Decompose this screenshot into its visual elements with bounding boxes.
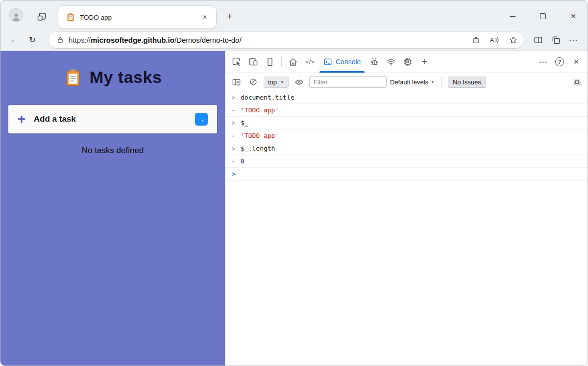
code-glyph: </> — [305, 58, 314, 65]
new-tab-button[interactable]: + — [223, 9, 237, 23]
read-aloud-letter: A — [490, 36, 494, 44]
console-result-number: 8 — [241, 157, 245, 165]
result-arrow-icon: ← — [232, 132, 241, 139]
todo-title-block: My tasks — [0, 68, 225, 87]
profile-avatar[interactable] — [9, 8, 23, 22]
url-scheme: https:// — [69, 36, 91, 44]
devtools-help-icon[interactable]: ? — [551, 53, 568, 70]
clear-console-icon[interactable] — [246, 75, 260, 89]
share-icon[interactable] — [468, 32, 484, 47]
context-selector-value: top — [268, 78, 277, 86]
inspect-element-icon[interactable] — [228, 53, 245, 70]
console-command: document.title — [241, 94, 294, 101]
tab-welcome-home-icon[interactable] — [285, 53, 301, 70]
todo-app-title: My tasks — [90, 68, 162, 87]
log-levels-dropdown[interactable]: Default levels ▼ — [390, 78, 435, 86]
console-settings-gear-icon[interactable] — [570, 75, 584, 89]
live-expression-eye-icon[interactable] — [292, 75, 306, 89]
console-row-result: ← 8 — [225, 155, 588, 168]
url-host: microsoftedge.github.io — [91, 36, 174, 44]
empty-tasks-message: No tasks defined — [0, 146, 225, 156]
add-task-label: Add a task — [34, 114, 76, 124]
browser-window: TODO app ✕ + ✕ ← ↻ https://microsoftedge… — [0, 0, 588, 366]
tab-strip: TODO app ✕ + ✕ — [0, 0, 588, 29]
devtools-close-icon[interactable]: ✕ — [568, 53, 585, 70]
navigation-bar: ← ↻ https://microsoftedge.github.io/Demo… — [0, 29, 588, 51]
tab-title: TODO app — [80, 14, 195, 21]
read-aloud-icon[interactable]: A — [487, 32, 502, 47]
issues-bug-icon[interactable] — [366, 53, 383, 70]
collections-icon[interactable] — [547, 32, 564, 48]
url-text[interactable]: https://microsoftedge.github.io/Demos/de… — [69, 36, 465, 44]
browser-tab[interactable]: TODO app ✕ — [58, 6, 216, 28]
network-conditions-wifi-icon[interactable] — [383, 53, 399, 70]
console-result-string: 'TODO app' — [241, 106, 279, 114]
console-row-input: > $_ — [225, 117, 588, 130]
input-chevron-icon: > — [232, 94, 241, 101]
help-glyph: ? — [555, 57, 564, 66]
devtools-toolbar-right: ⋯ ? ✕ — [535, 53, 585, 70]
split-screen-icon[interactable] — [530, 32, 546, 48]
add-task-input[interactable]: + Add a task → — [8, 105, 217, 133]
console-row-result: ← 'TODO app' — [225, 104, 588, 117]
console-sidebar-icon[interactable] — [229, 75, 243, 89]
plus-icon: + — [18, 113, 25, 126]
issues-counter-button[interactable]: No Issues — [448, 77, 486, 88]
context-selector[interactable]: top ▼ — [264, 77, 289, 88]
refresh-button[interactable]: ↻ — [24, 32, 41, 48]
devtools-main-toolbar: </> Console — [225, 51, 588, 73]
console-output: > document.title ← 'TODO app' > $_ ← 'TO… — [225, 91, 588, 366]
console-tab-label: Console — [336, 58, 361, 66]
page-content: My tasks + Add a task → No tasks defined — [0, 51, 588, 366]
window-close-button[interactable]: ✕ — [566, 9, 580, 23]
prompt-chevron-icon: > — [232, 170, 241, 178]
log-levels-label: Default levels — [390, 78, 428, 86]
address-bar[interactable]: https://microsoftedge.github.io/Demos/de… — [49, 32, 524, 48]
add-task-submit-button[interactable]: → — [195, 113, 208, 126]
todo-app-panel: My tasks + Add a task → No tasks defined — [0, 51, 225, 366]
devtools-more-icon[interactable]: ⋯ — [535, 53, 551, 70]
console-command: $_.length — [241, 145, 275, 152]
console-toolbar: top ▼ Default levels ▼ No Issues — [225, 73, 588, 91]
url-path: /Demos/demo-to-do/ — [174, 36, 242, 44]
tab-favicon-clipboard-icon — [66, 13, 75, 22]
console-row-input: > document.title — [225, 91, 588, 104]
lock-icon[interactable] — [55, 32, 66, 47]
cpu-chip-icon[interactable] — [399, 53, 416, 70]
focus-page-icon[interactable] — [262, 53, 278, 70]
result-arrow-icon: ← — [232, 158, 241, 165]
chevron-down-icon: ▼ — [431, 80, 435, 84]
console-row-input: > $_.length — [225, 142, 588, 155]
favorites-star-icon[interactable] — [505, 32, 521, 47]
result-arrow-icon: ← — [232, 107, 241, 114]
window-maximize-button[interactable] — [536, 9, 550, 23]
minimize-icon — [510, 16, 515, 17]
console-result-string: 'TODO app' — [241, 132, 279, 139]
console-prompt[interactable]: > — [225, 168, 588, 181]
toolbar-separator — [441, 77, 441, 87]
input-chevron-icon: > — [232, 145, 241, 152]
maximize-icon — [540, 13, 546, 19]
more-tools-plus-icon[interactable]: + — [416, 53, 433, 70]
console-command: $_ — [241, 119, 248, 127]
tab-actions-icon[interactable] — [35, 10, 48, 23]
console-row-result: ← 'TODO app' — [225, 130, 588, 142]
person-icon — [11, 12, 22, 22]
clipboard-icon — [64, 68, 82, 87]
tab-console[interactable]: Console — [318, 51, 366, 73]
settings-more-icon[interactable]: ⋯ — [565, 32, 582, 48]
back-button[interactable]: ← — [6, 32, 23, 48]
console-icon — [323, 57, 332, 66]
device-emulation-icon[interactable] — [245, 53, 262, 70]
tab-close-icon[interactable]: ✕ — [199, 12, 210, 23]
tab-elements-code-icon[interactable]: </> — [301, 53, 318, 70]
input-chevron-icon: > — [232, 120, 241, 127]
chevron-down-icon: ▼ — [280, 80, 284, 84]
window-minimize-button[interactable] — [506, 9, 519, 23]
console-filter-input[interactable] — [309, 76, 387, 88]
toolbar-separator — [281, 56, 282, 67]
devtools-panel: </> Console — [225, 51, 588, 366]
